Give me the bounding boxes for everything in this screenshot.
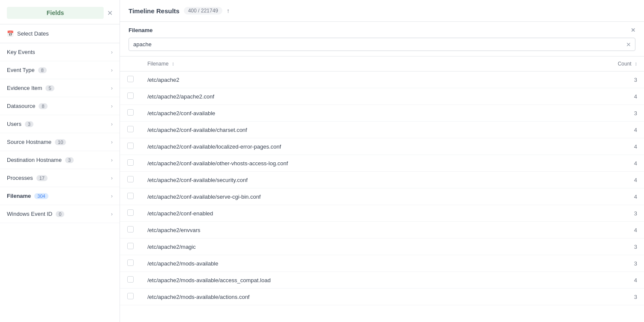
sidebar-item-label: Event Type bbox=[7, 67, 35, 73]
select-dates-button[interactable]: 📅 Select Dates bbox=[0, 24, 120, 43]
count-sort-icon: ↕ bbox=[635, 61, 637, 67]
table-header-row: Filename ↕ Count ↕ bbox=[120, 57, 644, 72]
results-badge: 400 / 221749 bbox=[184, 7, 222, 15]
filter-input[interactable] bbox=[129, 38, 635, 51]
row-checkbox[interactable] bbox=[127, 92, 134, 99]
results-table: Filename ↕ Count ↕ /etc/apache23/etc/apa… bbox=[120, 57, 644, 305]
row-path: /etc/apache2/mods-available/access_compa… bbox=[141, 272, 601, 289]
sidebar-item-processes[interactable]: Processes17› bbox=[0, 169, 120, 187]
row-checkbox[interactable] bbox=[127, 276, 134, 283]
row-count: 4 bbox=[601, 172, 644, 188]
table-row: /etc/apache2/envvars4 bbox=[120, 222, 644, 239]
row-checkbox[interactable] bbox=[127, 126, 134, 132]
row-path: /etc/apache2/envvars bbox=[141, 222, 601, 239]
row-checkbox[interactable] bbox=[127, 159, 134, 166]
table-row: /etc/apache2/mods-available/access_compa… bbox=[120, 272, 644, 289]
row-checkbox[interactable] bbox=[127, 259, 134, 266]
row-checkbox-cell bbox=[120, 72, 141, 88]
sidebar-title: Fields bbox=[7, 7, 104, 19]
row-count: 3 bbox=[601, 205, 644, 222]
table-row: /etc/apache2/apache2.conf4 bbox=[120, 88, 644, 105]
sidebar-item-destination-hostname[interactable]: Destination Hostname3› bbox=[0, 151, 120, 169]
filter-label-text: Filename bbox=[129, 27, 153, 33]
sidebar-item-label: Processes bbox=[7, 175, 33, 181]
table-row: /etc/apache2/mods-available/actions.conf… bbox=[120, 289, 644, 305]
row-checkbox[interactable] bbox=[127, 193, 134, 199]
row-checkbox[interactable] bbox=[127, 109, 134, 116]
sidebar-item-badge: 10 bbox=[55, 139, 66, 145]
close-icon[interactable]: ✕ bbox=[107, 9, 113, 17]
chevron-right-icon: › bbox=[111, 67, 113, 73]
col-count-header[interactable]: Count ↕ bbox=[601, 57, 644, 72]
row-count: 4 bbox=[601, 272, 644, 289]
chevron-right-icon: › bbox=[111, 121, 113, 127]
row-path: /etc/apache2/conf-enabled bbox=[141, 205, 601, 222]
sort-icon[interactable]: ↑ bbox=[227, 7, 230, 14]
table-row: /etc/apache2/conf-available/serve-cgi-bi… bbox=[120, 188, 644, 205]
sidebar-item-users[interactable]: Users3› bbox=[0, 115, 120, 133]
table-row: /etc/apache2/magic3 bbox=[120, 239, 644, 255]
row-path: /etc/apache2/conf-available/serve-cgi-bi… bbox=[141, 188, 601, 205]
filter-panel: Filename ✕ ✕ bbox=[120, 22, 644, 57]
col-checkbox bbox=[120, 57, 141, 72]
row-path: /etc/apache2/mods-available bbox=[141, 255, 601, 272]
sidebar-item-event-type[interactable]: Event Type8› bbox=[0, 61, 120, 79]
row-checkbox[interactable] bbox=[127, 293, 134, 299]
chevron-right-icon: › bbox=[111, 103, 113, 109]
row-checkbox-cell bbox=[120, 155, 141, 172]
sidebar-item-evidence-item[interactable]: Evidence Item5› bbox=[0, 79, 120, 97]
row-checkbox-cell bbox=[120, 205, 141, 222]
sidebar-item-badge: 17 bbox=[36, 175, 48, 181]
sidebar-item-badge: 3 bbox=[25, 121, 33, 127]
row-count: 4 bbox=[601, 122, 644, 138]
row-count: 3 bbox=[601, 105, 644, 122]
select-dates-label: Select Dates bbox=[17, 30, 49, 37]
sidebar-item-datasource[interactable]: Datasource8› bbox=[0, 97, 120, 115]
table-row: /etc/apache2/conf-available/other-vhosts… bbox=[120, 155, 644, 172]
row-path: /etc/apache2/conf-available/charset.conf bbox=[141, 122, 601, 138]
row-count: 4 bbox=[601, 155, 644, 172]
sidebar-item-badge: 3 bbox=[65, 157, 74, 163]
chevron-right-icon: › bbox=[111, 193, 113, 199]
filter-clear-icon[interactable]: ✕ bbox=[626, 41, 631, 48]
table-row: /etc/apache23 bbox=[120, 72, 644, 88]
main-content: Timeline Results 400 / 221749 ↑ Filename… bbox=[120, 0, 644, 322]
sidebar-item-label: Key Events bbox=[7, 49, 35, 55]
col-filename-header[interactable]: Filename ↕ bbox=[141, 57, 601, 72]
row-checkbox-cell bbox=[120, 239, 141, 255]
sidebar-header: Fields ✕ bbox=[0, 0, 120, 24]
row-path: /etc/apache2/mods-available/actions.conf bbox=[141, 289, 601, 305]
row-path: /etc/apache2/apache2.conf bbox=[141, 88, 601, 105]
row-count: 3 bbox=[601, 239, 644, 255]
row-checkbox[interactable] bbox=[127, 226, 134, 233]
sidebar-item-label: Source Hostname bbox=[7, 139, 51, 145]
row-checkbox[interactable] bbox=[127, 76, 134, 82]
chevron-right-icon: › bbox=[111, 49, 113, 55]
row-checkbox[interactable] bbox=[127, 143, 134, 149]
row-checkbox-cell bbox=[120, 222, 141, 239]
filter-label-row: Filename ✕ bbox=[129, 27, 635, 33]
row-path: /etc/apache2/magic bbox=[141, 239, 601, 255]
sidebar-item-badge: 8 bbox=[38, 67, 47, 73]
row-path: /etc/apache2/conf-available bbox=[141, 105, 601, 122]
timeline-header: Timeline Results 400 / 221749 ↑ bbox=[120, 0, 644, 22]
row-checkbox[interactable] bbox=[127, 176, 134, 182]
sidebar-item-label: Evidence Item bbox=[7, 85, 42, 91]
chevron-right-icon: › bbox=[111, 211, 113, 217]
row-checkbox-cell bbox=[120, 289, 141, 305]
row-checkbox-cell bbox=[120, 88, 141, 105]
sidebar-item-filename[interactable]: Filename304› bbox=[0, 187, 120, 205]
row-checkbox-cell bbox=[120, 188, 141, 205]
row-checkbox[interactable] bbox=[127, 243, 134, 249]
sidebar-item-windows-event-id[interactable]: Windows Event ID0› bbox=[0, 205, 120, 223]
row-checkbox[interactable] bbox=[127, 209, 134, 216]
sidebar-item-source-hostname[interactable]: Source Hostname10› bbox=[0, 133, 120, 151]
chevron-right-icon: › bbox=[111, 157, 113, 163]
sidebar-item-key-events[interactable]: Key Events› bbox=[0, 43, 120, 61]
row-path: /etc/apache2 bbox=[141, 72, 601, 88]
table-row: /etc/apache2/mods-available3 bbox=[120, 255, 644, 272]
filter-close-icon[interactable]: ✕ bbox=[631, 27, 635, 33]
calendar-icon: 📅 bbox=[7, 30, 14, 37]
table-row: /etc/apache2/conf-enabled3 bbox=[120, 205, 644, 222]
table-body: /etc/apache23/etc/apache2/apache2.conf4/… bbox=[120, 72, 644, 305]
